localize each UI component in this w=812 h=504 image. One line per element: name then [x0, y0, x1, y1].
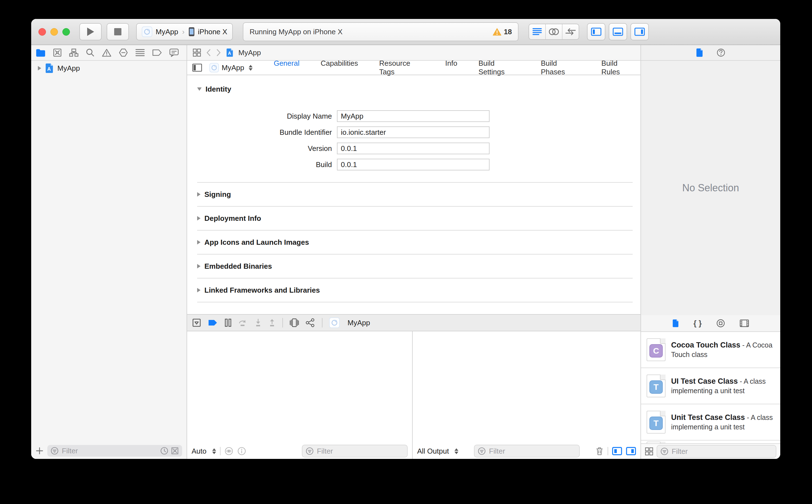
file-template-icon: T: [647, 375, 666, 397]
toggle-inspector-button[interactable]: [630, 23, 649, 40]
toggle-navigator-button[interactable]: [587, 23, 605, 40]
symbol-navigator-icon[interactable]: [69, 48, 79, 57]
assistant-editor-button[interactable]: [546, 24, 562, 39]
report-navigator-icon[interactable]: [169, 48, 179, 57]
tree-item-myapp[interactable]: A MyApp: [31, 61, 187, 76]
tab-info[interactable]: Info: [445, 59, 457, 76]
object-library-icon[interactable]: [716, 319, 725, 328]
navigator-iconbar: [31, 45, 187, 61]
disclosure-triangle-icon[interactable]: [38, 66, 41, 70]
navigator-filter-field[interactable]: [47, 445, 182, 457]
step-into-icon[interactable]: [255, 319, 262, 327]
toggle-debug-area-button[interactable]: [609, 23, 627, 40]
variables-filter-input[interactable]: [316, 447, 404, 456]
disclosure-triangle-icon[interactable]: [197, 216, 200, 221]
variables-view[interactable]: [187, 331, 412, 443]
library-filter-field[interactable]: [657, 445, 776, 458]
quick-help-inspector-icon[interactable]: [716, 48, 725, 57]
console-pane-bar: All Output: [413, 443, 640, 459]
recent-files-clock-icon[interactable]: [160, 447, 168, 455]
target-selector[interactable]: MyApp: [209, 63, 253, 72]
build-field[interactable]: [337, 159, 490, 170]
source-control-status-icon[interactable]: [171, 447, 179, 455]
tree-item-label: MyApp: [57, 64, 80, 73]
class-badge: C: [649, 344, 663, 358]
bundle-identifier-field[interactable]: [337, 126, 490, 138]
forward-chevron-icon[interactable]: [216, 49, 221, 57]
library-item-partial[interactable]: [641, 441, 780, 443]
show-console-view-icon[interactable]: [626, 447, 636, 455]
step-out-icon[interactable]: [268, 319, 276, 327]
tab-build-phases[interactable]: Build Phases: [541, 59, 580, 76]
add-button[interactable]: [36, 447, 43, 455]
tab-resource-tags[interactable]: Resource Tags: [379, 59, 424, 76]
section-app-icons[interactable]: App Icons and Launch Images: [197, 230, 633, 254]
file-template-library-icon[interactable]: [672, 319, 679, 327]
code-snippet-library-icon[interactable]: { }: [693, 319, 702, 328]
back-chevron-icon[interactable]: [206, 49, 211, 57]
project-navigator-icon[interactable]: [36, 48, 46, 57]
debug-navigator-icon[interactable]: [135, 49, 145, 57]
section-linked-frameworks[interactable]: Linked Frameworks and Libraries: [197, 278, 633, 302]
search-navigator-icon[interactable]: [86, 48, 95, 57]
display-name-field[interactable]: [337, 110, 490, 122]
library-item-ui-test-case-class[interactable]: T UI Test Case Class - A class implement…: [641, 368, 780, 404]
project-file-icon: A: [226, 48, 233, 57]
disclosure-triangle-icon[interactable]: [197, 192, 200, 197]
library-item-unit-test-case-class[interactable]: T Unit Test Case Class - A class impleme…: [641, 404, 780, 441]
quicklook-eye-icon[interactable]: [224, 447, 233, 456]
related-items-icon[interactable]: [193, 48, 201, 57]
breakpoint-navigator-icon[interactable]: [152, 49, 162, 56]
section-embedded-binaries[interactable]: Embedded Binaries: [197, 254, 633, 278]
close-window-button[interactable]: [38, 28, 46, 36]
info-icon[interactable]: [237, 447, 246, 456]
stop-button[interactable]: [107, 23, 129, 40]
disclosure-triangle-icon[interactable]: [197, 240, 200, 244]
variables-filter-field[interactable]: [302, 445, 408, 457]
memory-graph-icon[interactable]: [306, 318, 315, 327]
disclosure-triangle-icon[interactable]: [197, 264, 200, 268]
tab-build-settings[interactable]: Build Settings: [478, 59, 520, 76]
console-scope-selector[interactable]: All Output: [417, 447, 449, 456]
tab-build-rules[interactable]: Build Rules: [601, 59, 635, 76]
debug-process-label[interactable]: MyApp: [348, 319, 370, 327]
warning-badge[interactable]: 18: [493, 28, 512, 36]
step-over-icon[interactable]: [238, 319, 248, 327]
tab-capabilities[interactable]: Capabilities: [321, 59, 358, 76]
minimize-window-button[interactable]: [50, 28, 58, 36]
identity-section-header[interactable]: Identity: [197, 84, 633, 94]
source-control-navigator-icon[interactable]: [53, 48, 62, 57]
variables-scope-selector[interactable]: Auto: [192, 447, 207, 456]
breakpoints-toggle-icon[interactable]: [208, 319, 218, 326]
section-deployment-info[interactable]: Deployment Info: [197, 206, 633, 230]
scheme-selector[interactable]: MyApp › iPhone X: [136, 23, 233, 40]
editor-sidebar-toggle-icon[interactable]: [192, 63, 202, 72]
console-filter-input[interactable]: [488, 447, 576, 456]
library-filter-input[interactable]: [671, 447, 772, 456]
media-library-icon[interactable]: [740, 319, 749, 327]
navigator-filter-input[interactable]: [61, 446, 158, 456]
show-variables-view-icon[interactable]: [612, 447, 622, 455]
library-list: C Cocoa Touch Class - A Cocoa Touch clas…: [641, 332, 780, 443]
clear-console-trash-icon[interactable]: [595, 447, 604, 456]
test-navigator-icon[interactable]: [119, 48, 128, 57]
jumpbar-file-label[interactable]: MyApp: [238, 48, 261, 57]
disclosure-triangle-icon[interactable]: [197, 288, 200, 292]
version-editor-button[interactable]: [562, 24, 579, 39]
pause-icon[interactable]: [224, 319, 232, 327]
issue-navigator-icon[interactable]: [102, 48, 111, 57]
run-button[interactable]: [79, 23, 102, 40]
console-view[interactable]: [413, 331, 640, 443]
console-filter-field[interactable]: [474, 445, 580, 457]
zoom-window-button[interactable]: [62, 28, 70, 36]
grid-view-icon[interactable]: [645, 447, 653, 456]
hide-debug-area-icon[interactable]: [192, 318, 201, 327]
library-item-cocoa-touch-class[interactable]: C Cocoa Touch Class - A Cocoa Touch clas…: [641, 332, 780, 368]
version-field[interactable]: [337, 143, 490, 154]
section-signing[interactable]: Signing: [197, 182, 633, 206]
view-debugger-icon[interactable]: [290, 318, 299, 327]
tab-general[interactable]: General: [274, 59, 300, 76]
disclosure-open-icon[interactable]: [197, 87, 202, 91]
file-inspector-icon[interactable]: [696, 48, 703, 57]
standard-editor-button[interactable]: [529, 24, 546, 39]
